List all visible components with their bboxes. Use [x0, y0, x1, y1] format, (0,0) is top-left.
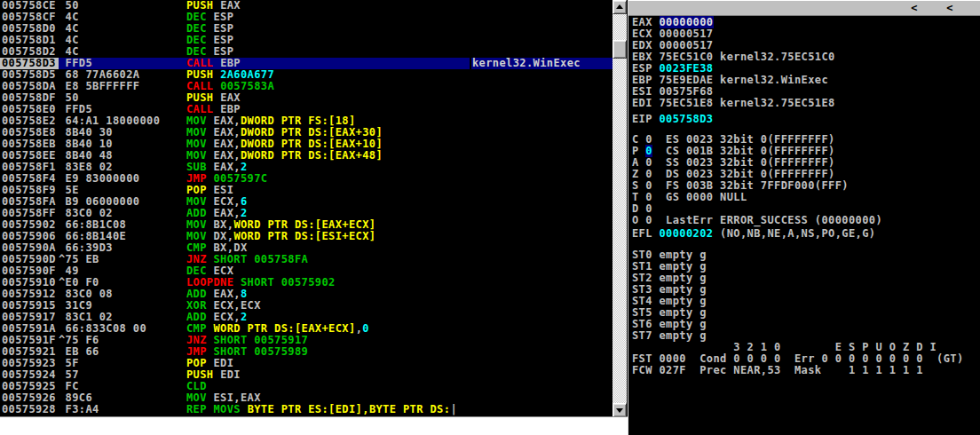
scroll-thumb[interactable]: [612, 40, 627, 59]
text-token: JMP: [186, 345, 214, 358]
disasm-row[interactable]: POP EDI 5F00575923: [0, 358, 612, 369]
text-token: JMP: [186, 172, 214, 185]
text-token: MOV: [186, 149, 214, 162]
text-token: EAX: [220, 91, 241, 104]
disasm-bytes: F3:A4: [59, 404, 99, 415]
register-edi[interactable]: EDI 75EC51E8 kernel32.75EC51E8: [632, 98, 980, 109]
text-token: CALL: [186, 57, 220, 69]
arrow-down-icon: [616, 408, 623, 413]
disasm-row[interactable]: PUSH EDI 5700575924: [0, 369, 612, 381]
disasm-row[interactable]: JMP SHORT 00575989 EB 6600575921: [0, 346, 612, 358]
register-eip[interactable]: EIP 005758D3: [632, 114, 980, 125]
scroll-down-button[interactable]: [612, 403, 627, 417]
disasm-row[interactable]: DEC ESP 4C005758CF: [0, 12, 612, 23]
text-token: BX,: [214, 218, 234, 231]
disassembly-panel[interactable]: PUSH EAX 50005758CEDEC ESP 4C005758CFDEC…: [0, 0, 612, 416]
disasm-address: 00575928: [0, 404, 59, 415]
disasm-row[interactable]: PUSH EAX 50005758CE: [0, 0, 612, 12]
text-token: ESP: [214, 45, 234, 58]
text-token: ECX: [214, 265, 234, 277]
column-separator: [470, 58, 471, 69]
text-token: EBP 75E9EDAE kernel32.WinExec: [632, 74, 828, 86]
header-angle-button-2[interactable]: <: [941, 1, 959, 15]
text-token: CS 001B 32bit 0(FFFFFFFF): [652, 145, 835, 157]
disasm-row[interactable]: REP MOVS BYTE PTR ES:[EDI],BYTE PTR DS:|…: [0, 404, 612, 415]
text-token: EBP: [220, 103, 241, 115]
header-angle-button-1[interactable]: <: [905, 1, 923, 15]
text-token: EAX,: [214, 138, 241, 150]
disasm-comment: kernel32.WinExec: [472, 58, 581, 69]
text-token: EAX,: [214, 126, 241, 138]
text-token: MOV: [186, 138, 214, 150]
text-token: PUSH: [186, 91, 220, 104]
text-token: ESP: [632, 62, 660, 75]
text-token: ST2 empty g: [632, 272, 707, 284]
scroll-up-button[interactable]: [612, 0, 627, 14]
text-token: 0: [645, 145, 652, 157]
disasm-row[interactable]: DEC ESP 4C005758D1: [0, 35, 612, 46]
flag-o-lasterr[interactable]: O 0 LastErr ERROR_SUCCESS (00000000): [632, 215, 980, 226]
text-token: ST0 empty g: [632, 249, 707, 261]
text-token: ESP: [214, 11, 234, 23]
text-token: WORD PTR DS:[EAX+ECX]: [214, 322, 356, 335]
text-token: 2A60A677: [220, 68, 274, 81]
text-token: ESI,EAX: [214, 392, 261, 404]
vertical-scrollbar[interactable]: [612, 0, 627, 417]
disasm-row[interactable]: DEC ESP 4C005758D0: [0, 23, 612, 35]
text-token: REP MOVS: [186, 403, 248, 415]
text-token: ECX,ECX: [214, 299, 261, 312]
text-token: EAX,: [214, 149, 241, 162]
text-token: 3 2 1 0 E S P U O Z D I: [632, 341, 937, 353]
disasm-row[interactable]: JMP 0057597C E9 83000000005758F4: [0, 173, 612, 185]
disasm-row[interactable]: CALL 0057583A E8 5BFFFFFF005758DA: [0, 81, 612, 92]
text-token: EFL: [632, 227, 660, 240]
text-token: ESP: [214, 22, 234, 35]
text-token: 6: [241, 195, 248, 208]
text-token: CALL: [186, 103, 220, 115]
text-token: ST7 empty g: [632, 329, 707, 342]
register-efl[interactable]: EFL 00000202 (NO,NB,NE,A,NS,PO,GE,G): [632, 228, 980, 240]
text-token: ECX 00000517: [632, 28, 714, 40]
text-token: ECX,: [214, 195, 241, 208]
text-token: (NO,NB,NE,A,NS,PO,GE,G): [714, 227, 876, 240]
ollydbg-window: PUSH EAX 50005758CEDEC ESP 4C005758CFDEC…: [0, 0, 980, 435]
disasm-row[interactable]: JNZ SHORT 005758FA^75 EB0057590D: [0, 254, 612, 265]
text-token: SHORT 005758FA: [214, 253, 309, 265]
text-token: POP: [186, 184, 214, 196]
text-token: A 0 SS 0023 32bit 0(FFFFFFFF): [632, 156, 835, 169]
text-token: ST3 empty g: [632, 283, 707, 296]
text-token: ESP: [214, 34, 234, 46]
text-token: DWORD PTR DS:[EAX+10]: [241, 138, 383, 150]
text-token: ADD: [186, 207, 214, 219]
text-token: MOV: [186, 126, 214, 138]
text-token: EBX 75EC51C0 kernel32.75EC51C0: [632, 51, 835, 63]
text-token: EAX,: [214, 115, 241, 127]
text-token: |: [450, 403, 457, 415]
text-token: Z 0 DS 0023 32bit 0(FFFFFFFF): [632, 168, 835, 180]
status-bar: EBP=75E9EDAE (kernel32.WinExec): [0, 416, 628, 435]
text-token: DWORD PTR FS:[18]: [241, 115, 356, 127]
text-token: CMP: [186, 322, 214, 335]
registers-panel[interactable]: Registers (FPU) < < EAX 00000000ECX 0000…: [628, 0, 980, 435]
text-token: FST 0000 Cond 0 0 0 0 Err 0 0 0 0 0 0 0 …: [632, 352, 964, 365]
text-token: PUSH: [186, 68, 220, 81]
text-token: MOV: [186, 115, 214, 127]
disasm-instruction: REP MOVS BYTE PTR ES:[EDI],BYTE PTR DS:|: [186, 404, 457, 415]
flag-t-segment-gs[interactable]: T 0 GS 0000 NULL: [632, 192, 980, 203]
text-token: EDI: [214, 357, 234, 369]
text-token: JNZ: [186, 334, 214, 346]
text-token: EAX,: [214, 207, 241, 219]
text-token: 0057597C: [214, 172, 268, 185]
text-token: 0: [362, 322, 369, 335]
text-token: DX,: [214, 230, 234, 242]
text-token: XOR: [186, 299, 214, 312]
fpu-fcw[interactable]: FCW 027F Prec NEAR,53 Mask 1 1 1 1 1 1: [632, 365, 980, 376]
text-token: D 0: [632, 202, 652, 215]
text-token: EAX,: [214, 288, 241, 300]
text-token: 2: [241, 311, 248, 323]
registers-body: EAX 00000000ECX 00000517EDX 00000517EBX …: [632, 17, 980, 376]
registers-panel-header: Registers (FPU) < <: [628, 0, 980, 16]
text-token: ESI: [214, 184, 234, 196]
text-token: DEC: [186, 11, 214, 23]
text-token: C 0 ES 0023 32bit 0(FFFFFFFF): [632, 133, 835, 146]
